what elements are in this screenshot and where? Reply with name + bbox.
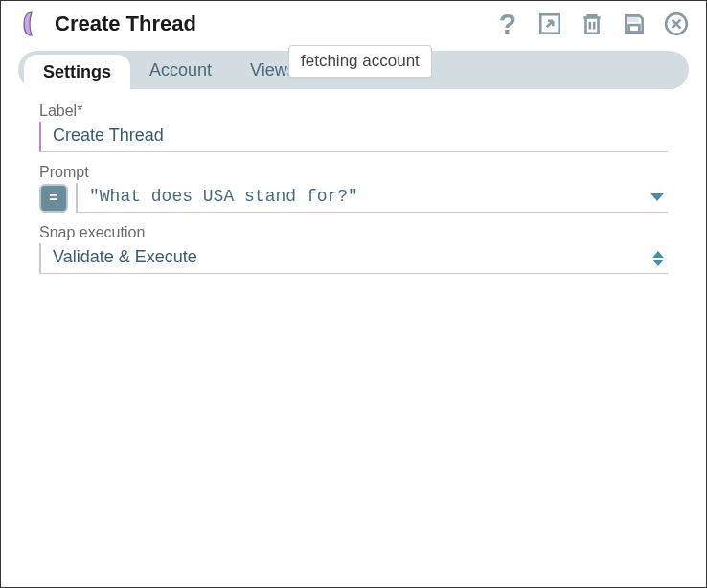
help-icon[interactable]: ? [495, 11, 520, 36]
label-field-label: Label* [39, 102, 668, 120]
svg-rect-2 [629, 25, 640, 33]
close-icon[interactable] [664, 11, 689, 36]
fetching-tooltip: fetching account [288, 45, 432, 78]
tab-label: Account [149, 60, 212, 80]
title-actions: ? [495, 11, 689, 36]
save-icon[interactable] [622, 11, 647, 36]
snap-execution-field-group: Snap execution Validate & Execute [39, 224, 668, 274]
tab-settings[interactable]: Settings [24, 55, 130, 89]
prompt-field-group: Prompt = [39, 164, 668, 213]
window-title: Create Thread [55, 11, 486, 36]
select-stepper-icon[interactable] [652, 251, 664, 266]
prompt-input[interactable] [89, 183, 668, 212]
tabs-container: Settings Account Views fetching account [1, 51, 706, 89]
tab-label: Settings [43, 62, 111, 82]
delete-icon[interactable] [580, 11, 604, 36]
snap-execution-value: Validate & Execute [53, 243, 668, 273]
svg-rect-1 [629, 15, 638, 20]
settings-form: Label* Prompt = Snap execution Validate … [1, 89, 706, 274]
label-field-group: Label* [39, 102, 668, 152]
export-icon[interactable] [537, 11, 562, 36]
prompt-input-wrap [76, 183, 668, 213]
prompt-field-label: Prompt [39, 164, 668, 181]
tab-account[interactable]: Account [130, 51, 231, 89]
expression-badge[interactable]: = [39, 184, 68, 213]
titlebar: Create Thread ? [1, 1, 706, 45]
dialog-window: Create Thread ? [0, 0, 707, 588]
app-icon [18, 11, 45, 37]
label-input[interactable] [39, 122, 668, 152]
snap-execution-label: Snap execution [39, 224, 668, 241]
chevron-down-icon[interactable] [650, 193, 664, 201]
snap-execution-select[interactable]: Validate & Execute [39, 243, 668, 274]
